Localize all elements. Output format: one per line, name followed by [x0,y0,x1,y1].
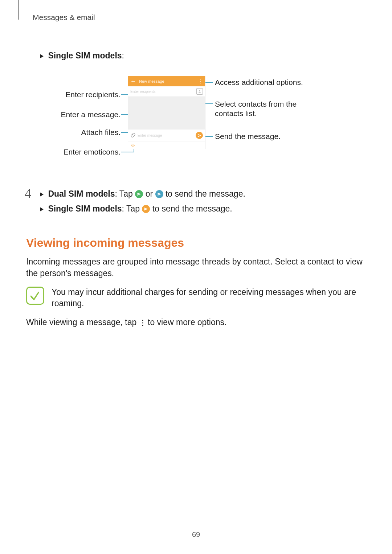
phone-recipients-row: Enter recipients [128,86,205,97]
send-icon [196,132,203,139]
step-number: 4 [25,185,31,202]
message-compose-diagram: Enter recipients. Enter a message. Attac… [26,76,366,177]
text: : Tap [122,204,142,213]
callout-select-contacts: Select contacts from the contacts list. [215,99,317,119]
step-4-single: Single SIM models: Tap to send the messa… [40,203,366,214]
triangle-icon [40,192,44,197]
dual-sim-label: Dual SIM models [48,189,115,198]
single-sim-heading: Single SIM models: [40,50,366,61]
paragraph-1: Incoming messages are grouped into messa… [26,256,366,279]
phone-mockup: ← New message ⋮ Enter recipients Enter m… [128,76,205,149]
more-icon: ⋮ [198,78,203,84]
phone-recipients-placeholder: Enter recipients [130,90,155,94]
svg-point-0 [199,90,200,91]
connector [121,152,134,152]
section-title: Viewing incoming messages [26,236,366,250]
paragraph-2: While viewing a message, tap ⋮ to view m… [26,317,366,328]
phone-emoticon-bar: ☺ [128,141,205,149]
more-icon: ⋮ [139,318,146,328]
phone-input-bar: Enter message [128,130,205,141]
contacts-icon [196,88,203,95]
header-rule [18,0,19,20]
triangle-icon [40,54,44,58]
text: While viewing a message, tap [26,317,139,327]
note-row: You may incur additional charges for sen… [26,287,366,309]
phone-body [128,97,205,130]
paperclip-icon [130,133,135,138]
note-text: You may incur additional charges for sen… [52,287,366,309]
page-number: 69 [0,530,392,539]
text: or [146,189,155,198]
send-sim1-icon [135,190,143,198]
triangle-icon [40,207,44,212]
send-sim2-icon [155,190,163,198]
callout-access-options: Access additional options. [215,78,317,87]
smile-icon: ☺ [130,143,135,148]
single-sim-label: Single SIM models [48,51,122,60]
text: to send the message. [166,189,245,198]
phone-titlebar: ← New message ⋮ [128,76,205,86]
phone-message-placeholder: Enter message [138,134,162,138]
page-header: Messages & email [33,13,366,22]
step-4: 4 Dual SIM models: Tap or to send the me… [25,188,366,214]
callout-send-message: Send the message. [215,132,317,141]
callout-recipients: Enter recipients. [26,90,121,99]
single-sim-label: Single SIM models [48,204,122,213]
back-icon: ← [130,78,136,85]
text: : Tap [115,189,135,198]
text: to view more options. [146,317,227,327]
phone-title: New message [139,79,164,83]
send-icon [142,205,150,213]
callout-attach-files: Attach files. [26,128,121,137]
callout-enter-emoticons: Enter emoticons. [26,148,121,156]
note-icon [26,287,44,305]
text: to send the message. [152,204,232,213]
callout-enter-message: Enter a message. [26,110,121,119]
step-4-dual: Dual SIM models: Tap or to send the mess… [40,188,366,200]
document-page: Messages & email Single SIM models: Ente… [0,0,392,554]
